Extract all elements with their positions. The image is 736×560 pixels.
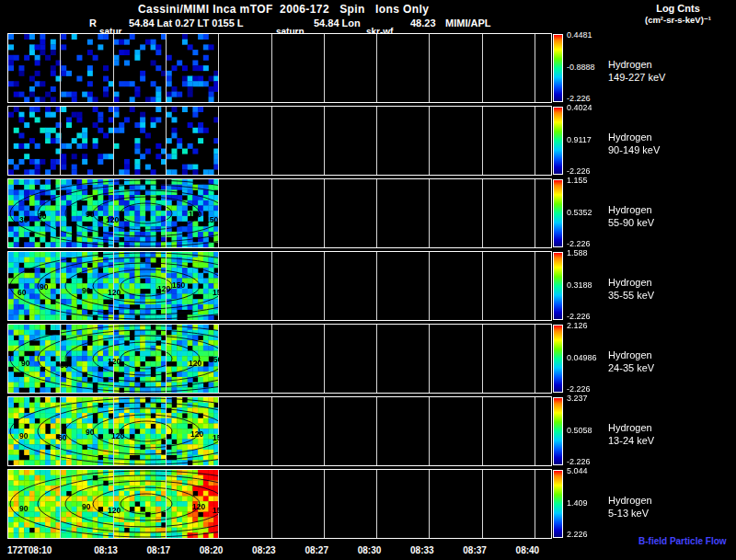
time-gridline bbox=[166, 179, 167, 247]
colorbar bbox=[553, 470, 563, 538]
colorbar-max-label: 1.588 bbox=[567, 248, 588, 257]
time-gridline bbox=[429, 107, 430, 175]
time-gridline bbox=[113, 252, 114, 320]
time-gridline bbox=[324, 325, 325, 393]
colorbar-units-label: Log Cnts (cm²-sr-s-keV)⁻¹ bbox=[624, 3, 732, 25]
time-gridline bbox=[60, 470, 61, 538]
energy-range: 35-55 keV bbox=[608, 289, 654, 302]
contour-label: 60 bbox=[17, 289, 26, 297]
energy-range: 90-149 keV bbox=[608, 143, 660, 156]
contour-label: 150 bbox=[213, 289, 225, 297]
time-gridline bbox=[271, 107, 272, 175]
colorbar-min-label: -2.226 bbox=[567, 94, 591, 103]
species-energy-label: Hydrogen13-24 keV bbox=[608, 421, 654, 448]
spectrogram-panel bbox=[7, 33, 552, 103]
contour-label: 150 bbox=[172, 281, 185, 290]
time-gridline bbox=[376, 397, 377, 465]
species-energy-label: Hydrogen149-227 keV bbox=[608, 58, 665, 85]
time-gridline bbox=[113, 107, 114, 175]
contour-label: 150 bbox=[209, 356, 222, 364]
time-gridline bbox=[218, 107, 219, 175]
time-gridline bbox=[324, 34, 325, 102]
spectrogram-panel: 9060120120150 bbox=[7, 324, 552, 394]
time-gridline bbox=[482, 107, 483, 175]
contour-label: 90 bbox=[19, 505, 28, 513]
time-tick-label: 08:40 bbox=[516, 545, 540, 555]
time-gridline bbox=[324, 397, 325, 465]
contour-label: 30 bbox=[19, 216, 28, 224]
contour-label: 90 bbox=[82, 503, 90, 511]
time-gridline bbox=[429, 34, 430, 102]
colorbar-max-label: 1.155 bbox=[567, 176, 588, 185]
colorbar bbox=[553, 325, 563, 393]
contour-label: 120 bbox=[108, 507, 121, 515]
colorbar bbox=[553, 34, 563, 102]
time-gridline bbox=[482, 179, 483, 247]
time-gridline bbox=[376, 179, 377, 247]
time-gridline bbox=[376, 470, 377, 538]
spectrogram-panel: 906090120120150 bbox=[7, 396, 552, 466]
time-gridline bbox=[482, 470, 483, 538]
time-gridline bbox=[535, 107, 535, 175]
energy-range: 13-24 keV bbox=[608, 434, 654, 447]
time-gridline bbox=[535, 325, 535, 393]
time-gridline bbox=[535, 179, 535, 247]
time-gridline bbox=[271, 252, 272, 320]
contour-label: 90 bbox=[40, 283, 48, 291]
ephemeris-segment: R bbox=[89, 17, 97, 29]
time-gridline bbox=[113, 34, 114, 102]
time-gridline bbox=[271, 397, 272, 465]
colorbar bbox=[553, 179, 563, 247]
contour-label: 150 bbox=[213, 434, 225, 442]
colorbar-mid-label: 0.3188 bbox=[567, 280, 592, 290]
contour-label: 90 bbox=[86, 211, 94, 219]
time-gridline bbox=[60, 107, 61, 175]
time-gridline bbox=[271, 470, 272, 538]
time-gridline bbox=[376, 252, 377, 320]
log-cnts-label: Log Cnts bbox=[624, 3, 732, 14]
species-name: Hydrogen bbox=[608, 276, 654, 289]
colorbar-max-label: 3.237 bbox=[567, 394, 588, 403]
time-gridline bbox=[166, 34, 167, 102]
contour-label: 120 bbox=[190, 430, 203, 439]
time-tick-label: 08:20 bbox=[200, 545, 224, 555]
colorbar-mid-label: 1.409 bbox=[567, 498, 588, 508]
time-tick-label: 08:17 bbox=[147, 545, 171, 555]
time-gridline bbox=[482, 34, 483, 102]
time-gridline bbox=[60, 325, 61, 393]
colorbar-max-label: 2.126 bbox=[567, 321, 588, 330]
time-gridline bbox=[113, 179, 114, 247]
colorbar bbox=[553, 397, 563, 465]
time-tick-label: 08:23 bbox=[252, 545, 276, 555]
time-gridline bbox=[166, 397, 167, 465]
time-gridline bbox=[482, 397, 483, 465]
time-gridline bbox=[218, 34, 219, 102]
energy-range: 55-90 keV bbox=[608, 216, 654, 229]
time-gridline bbox=[429, 252, 430, 320]
time-gridline bbox=[324, 179, 325, 247]
time-gridline bbox=[60, 252, 61, 320]
colorbar-max-label: 0.4481 bbox=[567, 30, 592, 40]
species-energy-label: Hydrogen55-90 keV bbox=[608, 203, 654, 230]
time-gridline bbox=[60, 34, 61, 102]
cassini-mimi-spectrogram-display: Cassini/MIMI Inca mTOF 2006-172 Spin Ion… bbox=[0, 0, 736, 560]
time-tick-label: 08:27 bbox=[305, 545, 328, 555]
time-gridline bbox=[60, 397, 61, 465]
time-gridline bbox=[324, 470, 325, 538]
contour-label: 120 bbox=[111, 432, 124, 440]
time-gridline bbox=[166, 470, 167, 538]
time-gridline bbox=[429, 397, 430, 465]
contour-label: 30 bbox=[38, 212, 46, 221]
spectrogram-panel: 9090120120150 bbox=[7, 469, 552, 539]
time-gridline bbox=[271, 34, 272, 102]
time-gridline bbox=[324, 252, 325, 320]
time-gridline bbox=[376, 34, 377, 102]
time-gridline bbox=[218, 179, 219, 247]
contour-label: 120 bbox=[192, 503, 205, 511]
contour-label: 60 bbox=[58, 434, 66, 442]
time-tick-label: 08:30 bbox=[358, 545, 382, 555]
time-gridline bbox=[376, 325, 377, 393]
ephemeris-segment: 54.84 Lon bbox=[314, 17, 361, 29]
time-gridline bbox=[376, 107, 377, 175]
species-name: Hydrogen bbox=[608, 494, 652, 507]
